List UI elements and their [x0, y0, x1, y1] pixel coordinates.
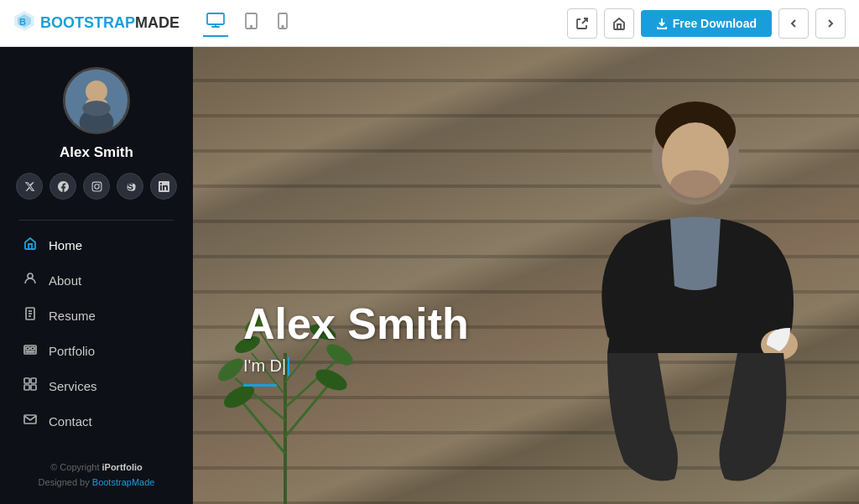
svg-rect-27	[24, 378, 29, 383]
hero-cursor	[288, 357, 289, 376]
logo[interactable]: B BOOTSTRAPMADE	[13, 10, 180, 37]
device-desktop-icon[interactable]	[203, 9, 228, 37]
home-nav-icon	[23, 236, 39, 253]
social-linkedin[interactable]	[150, 173, 177, 200]
nav-item-resume[interactable]: Resume	[0, 298, 193, 333]
nav-prev-button[interactable]	[778, 8, 809, 39]
svg-point-18	[28, 273, 33, 278]
svg-point-50	[670, 170, 721, 200]
svg-point-7	[251, 26, 252, 28]
topbar: B BOOTSTRAPMADE	[0, 0, 859, 47]
svg-rect-25	[31, 347, 34, 350]
hero-person	[540, 85, 809, 504]
hero-underline	[243, 384, 277, 387]
about-nav-icon	[23, 272, 39, 288]
svg-rect-26	[26, 351, 34, 352]
svg-point-42	[214, 355, 247, 386]
svg-line-33	[243, 403, 285, 454]
nav-label-services: Services	[49, 379, 97, 393]
home-button[interactable]	[604, 8, 634, 39]
nav-item-about[interactable]: About	[0, 262, 193, 298]
svg-point-9	[282, 26, 284, 28]
avatar	[63, 67, 130, 134]
nav-item-portfolio[interactable]: Portfolio	[0, 333, 193, 368]
nav-item-contact[interactable]: Contact	[0, 403, 193, 439]
social-twitter[interactable]	[16, 173, 43, 200]
nav-label-portfolio: Portfolio	[49, 344, 95, 358]
hero-name: Alex Smith	[243, 300, 469, 348]
main-content: Alex Smith	[0, 47, 859, 504]
hero-subtitle-text: I'm D|	[243, 356, 286, 376]
portfolio-nav-icon	[23, 342, 39, 359]
sidebar-name: Alex Smith	[60, 144, 133, 161]
social-skype[interactable]	[117, 173, 143, 200]
svg-rect-30	[31, 385, 36, 390]
resume-nav-icon	[23, 307, 39, 324]
device-mobile-icon[interactable]	[274, 9, 291, 37]
portfolio-name: iPortfolio	[102, 462, 143, 472]
sidebar: Alex Smith	[0, 47, 193, 504]
hero-subtitle: I'm D|	[243, 356, 469, 376]
services-nav-icon	[23, 377, 39, 394]
contact-nav-icon	[23, 413, 39, 429]
hero-content: Alex Smith I'm D|	[243, 300, 469, 387]
svg-rect-24	[26, 347, 29, 350]
svg-line-34	[285, 387, 327, 437]
svg-point-17	[98, 183, 99, 184]
device-tablet-icon[interactable]	[242, 9, 261, 37]
nav-item-services[interactable]: Services	[0, 368, 193, 403]
svg-point-11	[86, 81, 107, 102]
nav-label-home: Home	[49, 238, 82, 252]
svg-point-14	[82, 101, 110, 117]
svg-rect-15	[92, 182, 102, 191]
svg-rect-3	[207, 13, 224, 24]
external-link-button[interactable]	[567, 8, 597, 39]
nav-label-resume: Resume	[49, 309, 96, 323]
topbar-right: Free Download	[567, 8, 846, 39]
svg-rect-29	[24, 385, 29, 390]
social-facebook[interactable]	[49, 173, 76, 200]
nav-label-contact: Contact	[49, 414, 92, 429]
avatar-image	[65, 67, 128, 134]
sidebar-divider	[19, 220, 174, 221]
svg-point-16	[94, 184, 98, 188]
hero-section: Alex Smith I'm D|	[193, 47, 859, 504]
social-icons	[16, 173, 177, 200]
nav-next-button[interactable]	[815, 8, 846, 39]
nav-label-about: About	[49, 273, 81, 288]
free-download-button[interactable]: Free Download	[641, 10, 772, 37]
nav-item-home[interactable]: Home	[0, 227, 193, 262]
nav-menu: Home About	[0, 227, 193, 439]
svg-text:B: B	[19, 17, 26, 27]
svg-rect-28	[31, 378, 36, 383]
social-instagram[interactable]	[83, 173, 110, 200]
logo-text: BOOTSTRAPMADE	[40, 14, 180, 32]
device-switcher	[203, 9, 291, 37]
sidebar-footer: © Copyright iPortfolio Designed by Boots…	[39, 460, 155, 491]
designer-link[interactable]: BootstrapMade	[92, 477, 155, 487]
logo-icon: B	[13, 10, 35, 37]
